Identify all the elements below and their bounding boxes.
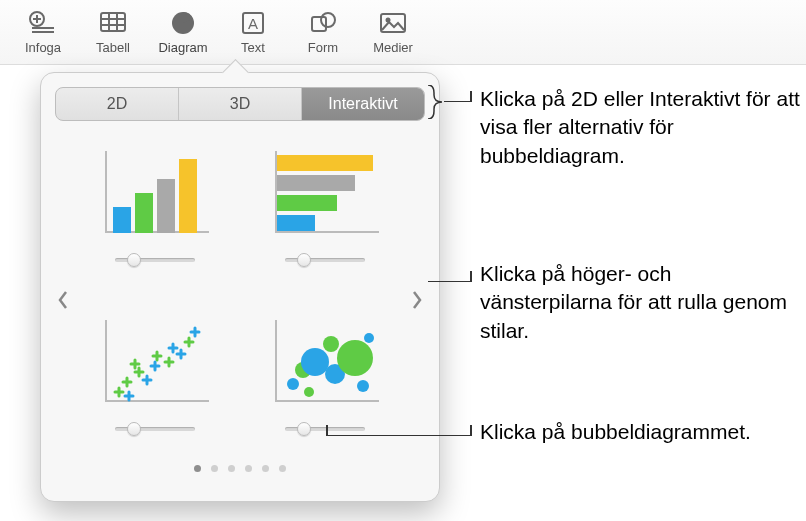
chart-option-scatter[interactable] (85, 314, 225, 455)
callout-tick (470, 91, 472, 102)
svg-point-54 (304, 387, 314, 397)
callout-tick (326, 425, 328, 436)
segment-label: Interaktivt (328, 95, 397, 113)
table-icon (95, 8, 131, 38)
toolbar-media[interactable]: Medier (358, 6, 428, 55)
callout-line (444, 101, 470, 102)
callout-tick (470, 425, 472, 436)
callout-bot: Klicka på bubbeldiagrammet. (480, 418, 800, 446)
brace-icon (426, 85, 444, 119)
toolbar-text[interactable]: A Text (218, 6, 288, 55)
svg-point-51 (287, 378, 299, 390)
shape-icon (305, 8, 341, 38)
chart-icon (165, 8, 201, 38)
svg-rect-22 (277, 175, 355, 191)
chart-option-bar[interactable] (255, 145, 395, 286)
segment-interactive[interactable]: Interaktivt (302, 88, 424, 120)
chart-slider[interactable] (115, 422, 195, 434)
svg-rect-23 (277, 195, 337, 211)
chart-slider[interactable] (285, 253, 365, 265)
page-dot[interactable] (262, 465, 269, 472)
toolbar-label: Text (241, 40, 265, 55)
toolbar-label: Tabell (96, 40, 130, 55)
svg-rect-13 (312, 17, 326, 31)
svg-rect-24 (277, 215, 315, 231)
chart-grid (55, 145, 425, 455)
segment-3d[interactable]: 3D (179, 88, 302, 120)
chart-slider[interactable] (285, 422, 365, 434)
toolbar-insert[interactable]: Infoga (8, 6, 78, 55)
segment-2d[interactable]: 2D (56, 88, 179, 120)
page-dots (55, 465, 425, 472)
next-style-arrow[interactable] (405, 280, 429, 320)
toolbar-label: Diagram (158, 40, 207, 55)
callout-tick (470, 271, 472, 282)
segment-label: 2D (107, 95, 127, 113)
svg-rect-18 (135, 193, 153, 233)
chart-popover: 2D 3D Interaktivt (40, 72, 440, 502)
svg-rect-19 (157, 179, 175, 233)
callout-line (326, 435, 470, 436)
svg-point-57 (337, 340, 373, 376)
svg-rect-5 (101, 13, 125, 31)
page-dot[interactable] (228, 465, 235, 472)
insert-icon (25, 8, 61, 38)
svg-text:A: A (248, 15, 258, 32)
svg-rect-17 (113, 207, 131, 233)
toolbar-table[interactable]: Tabell (78, 6, 148, 55)
callout-mid: Klicka på höger- och vänsterpilarna för … (480, 260, 800, 345)
prev-style-arrow[interactable] (51, 280, 75, 320)
page-dot[interactable] (279, 465, 286, 472)
toolbar-label: Medier (373, 40, 413, 55)
page-dot[interactable] (211, 465, 218, 472)
svg-point-53 (301, 348, 329, 376)
svg-point-59 (364, 333, 374, 343)
chart-option-bubble[interactable] (255, 314, 395, 455)
svg-rect-15 (381, 14, 405, 32)
svg-point-56 (323, 336, 339, 352)
chart-type-segmented: 2D 3D Interaktivt (55, 87, 425, 121)
toolbar-label: Form (308, 40, 338, 55)
svg-rect-21 (277, 155, 373, 171)
toolbar-chart[interactable]: Diagram (148, 6, 218, 55)
svg-point-58 (357, 380, 369, 392)
page-dot[interactable] (245, 465, 252, 472)
svg-rect-20 (179, 159, 197, 233)
toolbar: Infoga Tabell Diagram A Text Form Medier (0, 0, 806, 65)
chart-option-column[interactable] (85, 145, 225, 286)
segment-label: 3D (230, 95, 250, 113)
callout-top: Klicka på 2D eller Interaktivt för att v… (480, 85, 800, 170)
svg-point-14 (321, 13, 335, 27)
text-icon: A (235, 8, 271, 38)
callout-line (428, 281, 470, 282)
page-dot[interactable] (194, 465, 201, 472)
toolbar-shape[interactable]: Form (288, 6, 358, 55)
chart-slider[interactable] (115, 253, 195, 265)
media-icon (375, 8, 411, 38)
toolbar-label: Infoga (25, 40, 61, 55)
